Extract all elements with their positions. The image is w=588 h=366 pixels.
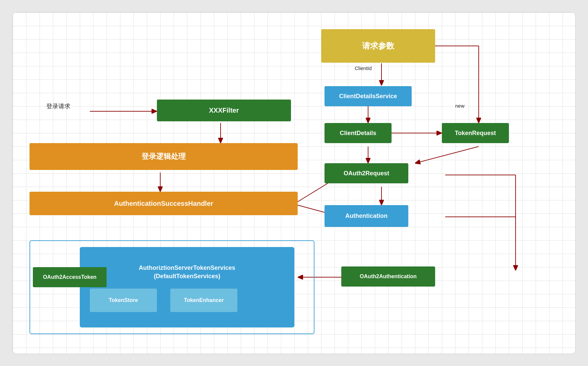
auth-server-token-services-container: AuthoriztionServerTokenServices (Default… — [80, 247, 294, 327]
svg-line-6 — [415, 146, 479, 163]
token-enhancer-box: TokenEnhancer — [170, 289, 237, 312]
login-request-label: 登录请求 — [46, 102, 70, 110]
oauth2-access-token-box: OAuth2AccessToken — [33, 267, 107, 287]
xxx-filter-box: XXXFilter — [157, 100, 291, 121]
authentication-box: Authentication — [325, 205, 408, 227]
qiuqiu-canshu-box: 请求参数 — [321, 29, 435, 63]
client-details-service-box: ClientDetailsService — [325, 86, 412, 106]
auth-server-token-services-title: AuthoriztionServerTokenServices (Default… — [80, 259, 294, 282]
client-details-box: ClientDetails — [325, 123, 392, 143]
diagram-canvas: 请求参数 ClientId new ClientDetailsService C… — [12, 12, 576, 354]
auth-success-handler-box: AuthenticationSuccessHandler — [30, 192, 298, 215]
oauth2-authentication-box: OAuth2Authentication — [341, 266, 435, 287]
login-logic-box: 登录逻辑处理 — [30, 143, 298, 170]
token-store-box: TokenStore — [90, 289, 157, 312]
new-label: new — [455, 103, 465, 109]
token-request-box: TokenRequest — [442, 123, 509, 143]
oauth2-request-box: OAuth2Request — [325, 163, 408, 183]
clientid-label: ClientId — [355, 65, 372, 71]
